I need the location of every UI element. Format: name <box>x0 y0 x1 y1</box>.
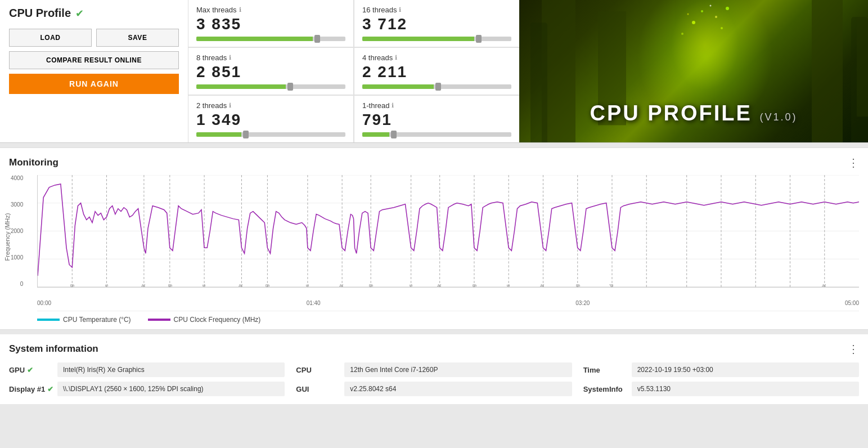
monitoring-menu-icon[interactable]: ⋮ <box>848 156 859 169</box>
annotation-saving3: Saving result <box>339 284 344 287</box>
sysinfo-key-5: SystemInfo <box>583 385 628 393</box>
sysinfo-val-0: Intel(R) Iris(R) Xe Graphics <box>57 362 285 377</box>
svg-point-11 <box>710 5 712 7</box>
sysinfo-item-4: GUI v2.25.8042 s64 <box>296 382 572 396</box>
sysinfo-item-1: CPU 12th Gen Intel Core i7-1260P <box>296 362 572 377</box>
monitoring-title: Monitoring <box>9 157 59 168</box>
annotation-loading5: Loading <box>471 284 476 287</box>
info-icon-2[interactable]: ℹ <box>229 54 231 61</box>
compare-button[interactable]: COMPARE RESULT ONLINE <box>9 51 179 69</box>
svg-point-6 <box>692 21 695 24</box>
score-bar-bg-4 <box>196 132 345 137</box>
score-label-4: 2 threads ℹ <box>196 101 345 110</box>
sysinfo-grid: GPU ✔ Intel(R) Iris(R) Xe Graphics CPU 1… <box>9 362 859 396</box>
info-icon-3[interactable]: ℹ <box>395 54 397 61</box>
score-label-1: 16 threads ℹ <box>362 6 511 14</box>
annotation-16threads: 16 threads <box>201 284 206 287</box>
score-value-3: 2 211 <box>362 63 511 81</box>
legend-temp-color <box>37 319 60 321</box>
annotation-saving2: Saving result <box>238 284 244 287</box>
score-label-text-1: 16 threads <box>362 6 397 14</box>
info-icon-4[interactable]: ℹ <box>229 102 231 109</box>
score-label-text-0: Max threads <box>196 6 237 14</box>
save-button[interactable]: SAVE <box>96 29 179 47</box>
chart-wrapper: 4000 3000 2000 1000 0 <box>37 175 859 288</box>
annotation-saving6: Saving result <box>821 284 827 287</box>
score-label-text-5: 1-thread <box>362 101 389 110</box>
score-card-5: 1-thread ℹ 791 <box>354 96 519 142</box>
load-button[interactable]: LOAD <box>9 29 92 47</box>
svg-point-7 <box>701 10 703 12</box>
x-label-0: 00:00 <box>37 300 51 306</box>
score-bar-fill-4 <box>196 132 241 137</box>
legend-freq-color <box>148 319 170 321</box>
main-wrapper: CPU Profile ✔ LOAD SAVE COMPARE RESULT O… <box>0 0 868 404</box>
freq-line <box>38 184 859 276</box>
sysinfo-key-4: GUI <box>296 385 341 393</box>
run-again-button[interactable]: RUN AGAIN <box>9 74 179 94</box>
score-card-3: 4 threads ℹ 2 211 <box>354 48 519 95</box>
sysinfo-menu-icon[interactable]: ⋮ <box>848 342 859 356</box>
score-label-2: 8 threads ℹ <box>196 53 345 62</box>
info-icon-5[interactable]: ℹ <box>392 102 394 109</box>
score-bar-bg-1 <box>362 37 511 41</box>
legend-freq-label: CPU Clock Frequency (MHz) <box>174 316 261 324</box>
chart-area: Frequency (MHz) 4000 3000 2000 1000 0 <box>9 175 859 299</box>
annotation-loading3: Loading <box>264 284 269 287</box>
score-bar-fill-0 <box>196 37 313 41</box>
chart-legend: CPU Temperature (°C) CPU Clock Frequency… <box>37 311 859 329</box>
score-bar-thumb-1 <box>476 35 482 43</box>
monitoring-header: Monitoring ⋮ <box>9 156 859 169</box>
svg-point-5 <box>671 0 739 90</box>
sysinfo-item-2: Time 2022-10-19 19:50 +03:00 <box>583 362 859 377</box>
annotation-loading2: Loading <box>167 284 172 287</box>
score-value-5: 791 <box>362 111 511 129</box>
score-bar-fill-1 <box>362 37 474 41</box>
score-bar-bg-3 <box>362 84 511 89</box>
sysinfo-title: System information <box>9 343 98 355</box>
score-bar-fill-2 <box>196 84 286 89</box>
score-label-0: Max threads ℹ <box>196 6 345 14</box>
sysinfo-val-3: \\.\DISPLAY1 (2560 × 1600, 125% DPI scal… <box>57 382 285 396</box>
info-icon-0[interactable]: ℹ <box>239 6 241 14</box>
sysinfo-section: System information ⋮ GPU ✔ Intel(R) Iris… <box>0 334 868 404</box>
score-bar-bg-0 <box>196 37 345 41</box>
score-value-2: 2 851 <box>196 63 345 81</box>
y-tick-0: 0 <box>11 281 23 287</box>
svg-point-9 <box>681 33 683 35</box>
score-label-3: 4 threads ℹ <box>362 53 511 62</box>
legend-temperature: CPU Temperature (°C) <box>37 316 131 324</box>
sysinfo-key-1: CPU <box>296 366 341 374</box>
sysinfo-header: System information ⋮ <box>9 342 859 356</box>
sysinfo-item-3: Display #1 ✔ \\.\DISPLAY1 (2560 × 1600, … <box>9 382 285 396</box>
score-value-1: 3 712 <box>362 15 511 33</box>
svg-point-12 <box>721 27 723 29</box>
chart-svg: Loading Max threads Saving result Loadin… <box>38 175 859 287</box>
monitoring-section: Monitoring ⋮ Frequency (MHz) 4000 3000 2… <box>0 147 868 330</box>
sysinfo-item-0: GPU ✔ Intel(R) Iris(R) Xe Graphics <box>9 362 285 377</box>
sysinfo-key-2: Time <box>583 366 628 374</box>
top-section: CPU Profile ✔ LOAD SAVE COMPARE RESULT O… <box>0 0 868 143</box>
y-tick-4000: 4000 <box>11 175 23 181</box>
sysinfo-key-3: Display #1 ✔ <box>9 385 54 393</box>
title-check-icon: ✔ <box>75 7 84 20</box>
score-bar-thumb-3 <box>435 83 441 91</box>
legend-temp-label: CPU Temperature (°C) <box>63 316 131 324</box>
info-icon-1[interactable]: ℹ <box>399 6 401 14</box>
panel-header: CPU Profile ✔ <box>9 7 179 20</box>
annotation-loading6: Loading <box>574 284 580 287</box>
annotation-4threads: 4 threads <box>408 284 413 287</box>
left-panel: CPU Profile ✔ LOAD SAVE COMPARE RESULT O… <box>0 0 188 142</box>
score-grid: Max threads ℹ 3 835 16 threads ℹ 3 712 8… <box>188 0 519 142</box>
score-bar-fill-5 <box>362 132 389 137</box>
score-bar-bg-5 <box>362 132 511 137</box>
annotation-2threads: 2 threads <box>505 284 511 287</box>
score-label-text-2: 8 threads <box>196 53 227 62</box>
sysinfo-val-1: 12th Gen Intel Core i7-1260P <box>344 362 572 377</box>
annotation-1thread: 1 thread <box>609 284 614 287</box>
annotation-saving5: Saving result <box>539 284 545 287</box>
sysinfo-val-2: 2022-10-19 19:50 +03:00 <box>632 362 859 377</box>
score-card-2: 8 threads ℹ 2 851 <box>188 48 353 95</box>
score-bar-bg-2 <box>196 84 345 89</box>
score-value-0: 3 835 <box>196 15 345 33</box>
